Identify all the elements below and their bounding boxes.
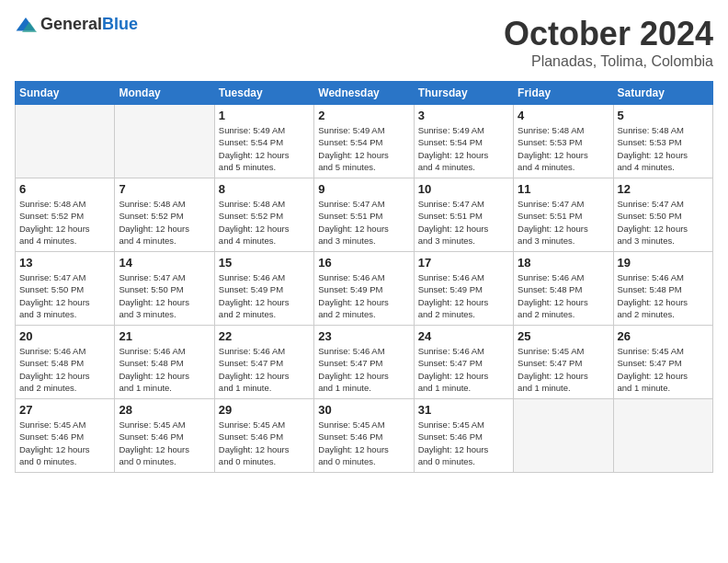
- calendar-week-4: 20Sunrise: 5:46 AM Sunset: 5:48 PM Dayli…: [16, 326, 713, 399]
- day-info: Sunrise: 5:46 AM Sunset: 5:49 PM Dayligh…: [418, 271, 509, 320]
- day-number: 1: [219, 109, 310, 122]
- calendar-cell: 6Sunrise: 5:48 AM Sunset: 5:52 PM Daylig…: [16, 178, 115, 252]
- day-number: 3: [418, 109, 509, 122]
- day-number: 11: [518, 182, 609, 196]
- day-number: 28: [119, 403, 210, 417]
- calendar-cell: 26Sunrise: 5:45 AM Sunset: 5:47 PM Dayli…: [613, 326, 712, 399]
- calendar-cell: 12Sunrise: 5:47 AM Sunset: 5:50 PM Dayli…: [613, 178, 712, 252]
- day-number: 13: [19, 256, 110, 270]
- day-info: Sunrise: 5:48 AM Sunset: 5:52 PM Dayligh…: [19, 198, 110, 247]
- day-info: Sunrise: 5:46 AM Sunset: 5:47 PM Dayligh…: [219, 345, 310, 394]
- day-info: Sunrise: 5:47 AM Sunset: 5:51 PM Dayligh…: [418, 198, 509, 247]
- weekday-header-row: SundayMondayTuesdayWednesdayThursdayFrid…: [16, 82, 713, 105]
- calendar-cell: 30Sunrise: 5:45 AM Sunset: 5:46 PM Dayli…: [314, 399, 414, 473]
- day-info: Sunrise: 5:46 AM Sunset: 5:48 PM Dayligh…: [119, 345, 210, 394]
- day-info: Sunrise: 5:46 AM Sunset: 5:49 PM Dayligh…: [318, 271, 409, 320]
- day-number: 26: [618, 329, 709, 343]
- day-info: Sunrise: 5:46 AM Sunset: 5:49 PM Dayligh…: [219, 271, 310, 320]
- day-number: 8: [219, 182, 310, 196]
- day-info: Sunrise: 5:47 AM Sunset: 5:51 PM Dayligh…: [318, 198, 409, 247]
- day-info: Sunrise: 5:47 AM Sunset: 5:51 PM Dayligh…: [518, 198, 609, 247]
- calendar-cell: 1Sunrise: 5:49 AM Sunset: 5:54 PM Daylig…: [214, 105, 313, 178]
- day-info: Sunrise: 5:48 AM Sunset: 5:53 PM Dayligh…: [518, 124, 609, 173]
- calendar-cell: 4Sunrise: 5:48 AM Sunset: 5:53 PM Daylig…: [514, 105, 613, 178]
- day-info: Sunrise: 5:45 AM Sunset: 5:46 PM Dayligh…: [19, 419, 110, 467]
- day-number: 15: [219, 256, 310, 270]
- logo-icon: [15, 16, 37, 34]
- calendar-cell: 16Sunrise: 5:46 AM Sunset: 5:49 PM Dayli…: [314, 252, 414, 326]
- day-info: Sunrise: 5:48 AM Sunset: 5:53 PM Dayligh…: [618, 124, 709, 173]
- calendar-cell: [115, 105, 214, 178]
- day-number: 19: [618, 256, 709, 270]
- calendar-cell: 17Sunrise: 5:46 AM Sunset: 5:49 PM Dayli…: [414, 252, 513, 326]
- day-number: 12: [618, 182, 709, 196]
- calendar-cell: 14Sunrise: 5:47 AM Sunset: 5:50 PM Dayli…: [115, 252, 214, 326]
- day-info: Sunrise: 5:46 AM Sunset: 5:48 PM Dayligh…: [618, 271, 709, 320]
- weekday-header-tuesday: Tuesday: [214, 82, 313, 105]
- day-info: Sunrise: 5:47 AM Sunset: 5:50 PM Dayligh…: [19, 271, 110, 320]
- day-info: Sunrise: 5:47 AM Sunset: 5:50 PM Dayligh…: [618, 198, 709, 247]
- day-number: 4: [518, 109, 609, 122]
- calendar-cell: 27Sunrise: 5:45 AM Sunset: 5:46 PM Dayli…: [16, 399, 115, 473]
- day-info: Sunrise: 5:45 AM Sunset: 5:46 PM Dayligh…: [119, 419, 210, 467]
- calendar-week-3: 13Sunrise: 5:47 AM Sunset: 5:50 PM Dayli…: [16, 252, 713, 326]
- day-info: Sunrise: 5:45 AM Sunset: 5:47 PM Dayligh…: [618, 345, 709, 394]
- month-title: October 2024: [504, 15, 713, 53]
- weekday-header-wednesday: Wednesday: [314, 82, 414, 105]
- title-area: October 2024 Planadas, Tolima, Colombia: [504, 15, 713, 70]
- day-number: 21: [119, 329, 210, 343]
- calendar-week-2: 6Sunrise: 5:48 AM Sunset: 5:52 PM Daylig…: [16, 178, 713, 252]
- calendar-cell: 24Sunrise: 5:46 AM Sunset: 5:47 PM Dayli…: [414, 326, 513, 399]
- weekday-header-sunday: Sunday: [16, 82, 115, 105]
- day-number: 7: [119, 182, 210, 196]
- weekday-header-monday: Monday: [115, 82, 214, 105]
- calendar-cell: 28Sunrise: 5:45 AM Sunset: 5:46 PM Dayli…: [115, 399, 214, 473]
- day-info: Sunrise: 5:49 AM Sunset: 5:54 PM Dayligh…: [219, 124, 310, 173]
- weekday-header-friday: Friday: [514, 82, 613, 105]
- calendar-cell: 31Sunrise: 5:45 AM Sunset: 5:46 PM Dayli…: [414, 399, 513, 473]
- weekday-header-thursday: Thursday: [414, 82, 513, 105]
- calendar-week-1: 1Sunrise: 5:49 AM Sunset: 5:54 PM Daylig…: [16, 105, 713, 178]
- day-number: 5: [618, 109, 709, 122]
- calendar-cell: 25Sunrise: 5:45 AM Sunset: 5:47 PM Dayli…: [514, 326, 613, 399]
- logo-blue: Blue: [102, 15, 138, 33]
- day-info: Sunrise: 5:46 AM Sunset: 5:47 PM Dayligh…: [318, 345, 409, 394]
- day-number: 16: [318, 256, 409, 270]
- calendar-cell: 21Sunrise: 5:46 AM Sunset: 5:48 PM Dayli…: [115, 326, 214, 399]
- calendar-table: SundayMondayTuesdayWednesdayThursdayFrid…: [15, 81, 713, 473]
- day-info: Sunrise: 5:48 AM Sunset: 5:52 PM Dayligh…: [119, 198, 210, 247]
- calendar-cell: 29Sunrise: 5:45 AM Sunset: 5:46 PM Dayli…: [214, 399, 313, 473]
- calendar-cell: [613, 399, 712, 473]
- calendar-cell: 3Sunrise: 5:49 AM Sunset: 5:54 PM Daylig…: [414, 105, 513, 178]
- day-number: 24: [418, 329, 509, 343]
- day-number: 23: [318, 329, 409, 343]
- weekday-header-saturday: Saturday: [613, 82, 712, 105]
- day-number: 18: [518, 256, 609, 270]
- header: GeneralBlue October 2024 Planadas, Tolim…: [15, 15, 713, 70]
- calendar-cell: 23Sunrise: 5:46 AM Sunset: 5:47 PM Dayli…: [314, 326, 414, 399]
- day-number: 10: [418, 182, 509, 196]
- day-number: 27: [19, 403, 110, 417]
- logo: GeneralBlue: [15, 15, 138, 34]
- day-number: 31: [418, 403, 509, 417]
- logo-general: General: [40, 15, 102, 33]
- calendar-cell: 11Sunrise: 5:47 AM Sunset: 5:51 PM Dayli…: [514, 178, 613, 252]
- day-info: Sunrise: 5:49 AM Sunset: 5:54 PM Dayligh…: [418, 124, 509, 173]
- calendar-cell: 7Sunrise: 5:48 AM Sunset: 5:52 PM Daylig…: [115, 178, 214, 252]
- calendar-cell: 22Sunrise: 5:46 AM Sunset: 5:47 PM Dayli…: [214, 326, 313, 399]
- day-number: 30: [318, 403, 409, 417]
- calendar-cell: 9Sunrise: 5:47 AM Sunset: 5:51 PM Daylig…: [314, 178, 414, 252]
- day-number: 2: [318, 109, 409, 122]
- day-number: 29: [219, 403, 310, 417]
- calendar-cell: [514, 399, 613, 473]
- calendar-cell: 5Sunrise: 5:48 AM Sunset: 5:53 PM Daylig…: [613, 105, 712, 178]
- day-info: Sunrise: 5:45 AM Sunset: 5:46 PM Dayligh…: [219, 419, 310, 467]
- day-info: Sunrise: 5:45 AM Sunset: 5:47 PM Dayligh…: [518, 345, 609, 394]
- calendar-week-5: 27Sunrise: 5:45 AM Sunset: 5:46 PM Dayli…: [16, 399, 713, 473]
- day-info: Sunrise: 5:45 AM Sunset: 5:46 PM Dayligh…: [318, 419, 409, 467]
- day-number: 17: [418, 256, 509, 270]
- calendar-cell: 13Sunrise: 5:47 AM Sunset: 5:50 PM Dayli…: [16, 252, 115, 326]
- calendar-cell: [16, 105, 115, 178]
- day-number: 25: [518, 329, 609, 343]
- location-title: Planadas, Tolima, Colombia: [504, 53, 713, 70]
